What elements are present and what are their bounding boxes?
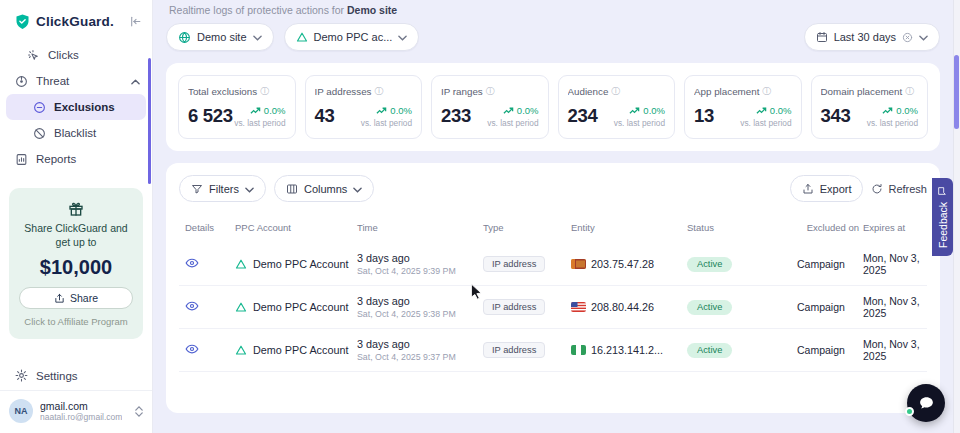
- globe-icon: [178, 31, 191, 44]
- sidebar-item-threat[interactable]: Threat: [0, 68, 152, 94]
- user-email: naatali.ro@gmail.com: [40, 412, 122, 422]
- column-header-details[interactable]: Details: [185, 222, 231, 233]
- info-icon[interactable]: ⓘ: [905, 85, 914, 98]
- info-icon[interactable]: ⓘ: [260, 85, 269, 98]
- stat-card-ip-ranges: IP rangesⓘ 233 0.0% vs. last period: [431, 75, 549, 139]
- stat-value: 233: [441, 105, 471, 127]
- sidebar-item-clicks[interactable]: Clicks: [0, 42, 152, 68]
- export-button-label: Export: [820, 183, 852, 195]
- type-badge: IP address: [483, 342, 545, 358]
- info-icon[interactable]: ⓘ: [375, 85, 384, 98]
- entity-value: 208.80.44.26: [591, 301, 654, 313]
- status-badge: Active: [687, 257, 732, 272]
- expires-at-value: Mon, Nov 3, 2025: [863, 295, 921, 319]
- google-ads-triangle-icon: [235, 301, 247, 313]
- column-header-time[interactable]: Time: [357, 222, 479, 233]
- chevron-up-icon[interactable]: [131, 75, 140, 87]
- trending-up-icon: [250, 107, 261, 115]
- filter-row: Demo site Demo PPC ac... Last 30 days: [166, 23, 940, 51]
- info-icon[interactable]: ⓘ: [486, 85, 495, 98]
- stat-label: App placement: [694, 86, 759, 97]
- info-icon[interactable]: ⓘ: [762, 85, 771, 98]
- feedback-tab-label: Feedback: [937, 201, 949, 247]
- info-icon[interactable]: ⓘ: [611, 85, 620, 98]
- time-relative: 3 days ago: [357, 338, 479, 350]
- feedback-tab[interactable]: Feedback: [932, 178, 953, 256]
- stat-value: 13: [694, 105, 714, 127]
- table-row[interactable]: Demo PPC Account 3 days agoSat, Oct 4, 2…: [179, 243, 927, 286]
- ppc-account-filter-dropdown[interactable]: Demo PPC ac...: [284, 23, 420, 51]
- share-button-label: Share: [70, 292, 98, 304]
- trending-up-icon: [629, 107, 640, 115]
- filters-button-label: Filters: [209, 183, 239, 195]
- export-button[interactable]: Export: [790, 175, 864, 202]
- chat-widget-button[interactable]: [907, 384, 945, 422]
- stat-card-domain-placement: Domain placementⓘ 343 0.0% vs. last peri…: [811, 75, 929, 139]
- stat-caption: vs. last period: [487, 118, 538, 128]
- sidebar-item-blacklist[interactable]: Blacklist: [0, 120, 152, 146]
- refresh-button[interactable]: Refresh: [871, 183, 927, 195]
- time-exact: Sat, Oct 4, 2025 9:37 PM: [357, 352, 479, 362]
- window-scrollbar-track[interactable]: [953, 0, 960, 433]
- stat-delta: 0.0%: [614, 105, 665, 116]
- country-flag-icon: [571, 259, 586, 269]
- sidebar-item-exclusions[interactable]: Exclusions: [6, 94, 146, 120]
- sidebar-scrollbar-thumb[interactable]: [148, 58, 151, 184]
- online-status-dot: [905, 407, 914, 416]
- table-row[interactable]: Demo PPC Account 3 days agoSat, Oct 4, 2…: [179, 286, 927, 329]
- export-icon: [802, 183, 814, 195]
- funnel-icon: [191, 183, 203, 195]
- date-range-dropdown[interactable]: Last 30 days: [804, 23, 940, 51]
- column-header-ppc-account[interactable]: PPC Account: [235, 222, 353, 233]
- share-button[interactable]: Share: [19, 287, 133, 309]
- chevron-down-icon: [398, 31, 407, 43]
- view-details-eye-icon[interactable]: [185, 299, 199, 313]
- chevron-updown-icon: [135, 406, 143, 417]
- affiliate-program-link[interactable]: Click to Affiliate Program: [19, 316, 133, 327]
- promo-amount: $10,000: [19, 256, 133, 279]
- time-relative: 3 days ago: [357, 252, 479, 264]
- realtime-note-text: Realtime logs of protective actions for: [169, 4, 347, 16]
- stat-caption: vs. last period: [234, 118, 285, 128]
- user-meta: gmail.com naatali.ro@gmail.com: [40, 400, 122, 423]
- excluded-on-value: Campaign: [797, 301, 859, 313]
- google-ads-triangle-icon: [235, 344, 247, 356]
- user-name: gmail.com: [40, 400, 122, 413]
- chevron-down-icon: [353, 187, 362, 193]
- site-filter-dropdown[interactable]: Demo site: [166, 23, 274, 51]
- realtime-note: Realtime logs of protective actions for …: [166, 2, 940, 23]
- window-scrollbar-thumb[interactable]: [954, 55, 959, 129]
- view-details-eye-icon[interactable]: [185, 342, 199, 356]
- column-header-entity[interactable]: Entity: [571, 222, 683, 233]
- stat-delta: 0.0%: [234, 105, 285, 116]
- clear-date-filter-icon[interactable]: [902, 32, 913, 43]
- table-row[interactable]: Demo PPC Account 3 days agoSat, Oct 4, 2…: [179, 329, 927, 372]
- columns-button[interactable]: Columns: [274, 175, 374, 202]
- time-exact: Sat, Oct 4, 2025 9:39 PM: [357, 266, 479, 276]
- realtime-note-site: Demo site: [347, 4, 397, 16]
- column-header-excluded-on[interactable]: Excluded on: [797, 222, 859, 233]
- account-switcher[interactable]: NA gmail.com naatali.ro@gmail.com: [0, 390, 152, 433]
- stat-delta: 0.0%: [361, 105, 412, 116]
- sidebar-item-settings[interactable]: Settings: [0, 361, 152, 390]
- table-toolbar: Filters Columns Export Refresh: [179, 175, 927, 202]
- stat-delta: 0.0%: [867, 105, 918, 116]
- excluded-on-value: Campaign: [797, 258, 859, 270]
- ppc-filter-label: Demo PPC ac...: [314, 31, 393, 43]
- column-header-expires-at[interactable]: Expires at: [863, 222, 921, 233]
- stat-caption: vs. last period: [867, 118, 918, 128]
- filters-button[interactable]: Filters: [179, 175, 266, 202]
- stat-label: Domain placement: [821, 86, 903, 97]
- stat-delta: 0.0%: [740, 105, 791, 116]
- sidebar-item-reports[interactable]: Reports: [0, 146, 152, 172]
- app-title: ClickGuard.: [36, 14, 114, 29]
- collapse-sidebar-icon[interactable]: [129, 15, 142, 28]
- status-badge: Active: [687, 343, 732, 358]
- trending-up-icon: [376, 107, 387, 115]
- columns-button-label: Columns: [304, 183, 347, 195]
- view-details-eye-icon[interactable]: [185, 256, 199, 270]
- column-header-type[interactable]: Type: [483, 222, 567, 233]
- table-header-row: Details PPC Account Time Type Entity Sta…: [179, 218, 927, 243]
- column-header-status[interactable]: Status: [687, 222, 793, 233]
- ppc-account-name: Demo PPC Account: [253, 301, 348, 313]
